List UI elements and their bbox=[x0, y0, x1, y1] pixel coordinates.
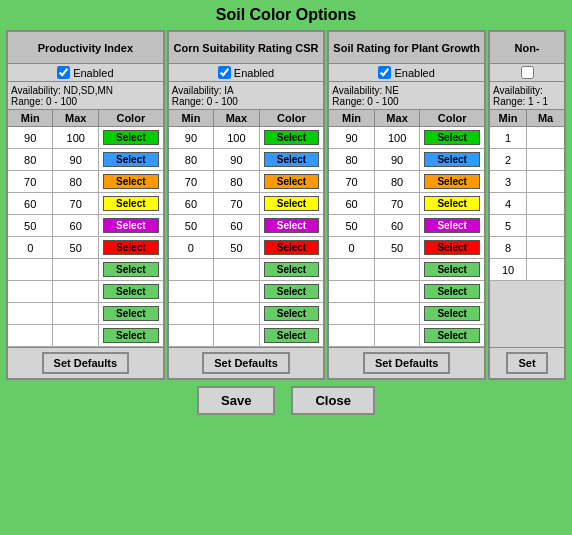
max-input-corn-6[interactable] bbox=[217, 264, 255, 276]
max-input-non-2[interactable] bbox=[530, 176, 562, 188]
select-color-button-soil-rating-3[interactable]: Select bbox=[424, 196, 480, 211]
min-input-non-1[interactable] bbox=[493, 154, 524, 166]
min-input-corn-2[interactable] bbox=[172, 176, 210, 188]
min-input-soil-rating-1[interactable] bbox=[332, 154, 370, 166]
set-defaults-button-soil-rating[interactable]: Set Defaults bbox=[363, 352, 451, 374]
min-input-non-6[interactable] bbox=[493, 264, 524, 276]
select-color-button-corn-6[interactable]: Select bbox=[264, 262, 320, 277]
enabled-checkbox-productivity[interactable] bbox=[57, 66, 70, 79]
max-input-corn-7[interactable] bbox=[217, 286, 255, 298]
enabled-checkbox-corn[interactable] bbox=[218, 66, 231, 79]
max-input-productivity-9[interactable] bbox=[57, 330, 95, 342]
select-color-button-productivity-2[interactable]: Select bbox=[103, 174, 159, 189]
max-input-productivity-2[interactable] bbox=[57, 176, 95, 188]
max-input-non-6[interactable] bbox=[530, 264, 562, 276]
min-input-non-2[interactable] bbox=[493, 176, 524, 188]
select-color-button-corn-3[interactable]: Select bbox=[264, 196, 320, 211]
min-input-productivity-3[interactable] bbox=[11, 198, 49, 210]
max-input-productivity-5[interactable] bbox=[57, 242, 95, 254]
max-input-productivity-4[interactable] bbox=[57, 220, 95, 232]
min-input-productivity-4[interactable] bbox=[11, 220, 49, 232]
min-input-productivity-6[interactable] bbox=[11, 264, 49, 276]
max-input-soil-rating-5[interactable] bbox=[378, 242, 416, 254]
select-color-button-corn-5[interactable]: Select bbox=[264, 240, 320, 255]
max-input-corn-9[interactable] bbox=[217, 330, 255, 342]
select-color-button-soil-rating-6[interactable]: Select bbox=[424, 262, 480, 277]
min-input-corn-8[interactable] bbox=[172, 308, 210, 320]
select-color-button-productivity-6[interactable]: Select bbox=[103, 262, 159, 277]
max-input-corn-5[interactable] bbox=[217, 242, 255, 254]
min-input-productivity-7[interactable] bbox=[11, 286, 49, 298]
select-color-button-corn-7[interactable]: Select bbox=[264, 284, 320, 299]
select-color-button-corn-4[interactable]: Select bbox=[264, 218, 320, 233]
max-input-soil-rating-8[interactable] bbox=[378, 308, 416, 320]
min-input-soil-rating-2[interactable] bbox=[332, 176, 370, 188]
max-input-soil-rating-3[interactable] bbox=[378, 198, 416, 210]
min-input-productivity-0[interactable] bbox=[11, 132, 49, 144]
set-defaults-button-corn[interactable]: Set Defaults bbox=[202, 352, 290, 374]
max-input-productivity-3[interactable] bbox=[57, 198, 95, 210]
max-input-soil-rating-1[interactable] bbox=[378, 154, 416, 166]
max-input-productivity-0[interactable] bbox=[57, 132, 95, 144]
select-color-button-corn-1[interactable]: Select bbox=[264, 152, 320, 167]
max-input-soil-rating-9[interactable] bbox=[378, 330, 416, 342]
select-color-button-corn-8[interactable]: Select bbox=[264, 306, 320, 321]
min-input-productivity-2[interactable] bbox=[11, 176, 49, 188]
select-color-button-corn-9[interactable]: Select bbox=[264, 328, 320, 343]
min-input-non-0[interactable] bbox=[493, 132, 524, 144]
select-color-button-soil-rating-9[interactable]: Select bbox=[424, 328, 480, 343]
min-input-soil-rating-0[interactable] bbox=[332, 132, 370, 144]
select-color-button-productivity-4[interactable]: Select bbox=[103, 218, 159, 233]
min-input-soil-rating-6[interactable] bbox=[332, 264, 370, 276]
max-input-soil-rating-7[interactable] bbox=[378, 286, 416, 298]
max-input-non-0[interactable] bbox=[530, 132, 562, 144]
max-input-soil-rating-4[interactable] bbox=[378, 220, 416, 232]
min-input-soil-rating-5[interactable] bbox=[332, 242, 370, 254]
min-input-corn-1[interactable] bbox=[172, 154, 210, 166]
max-input-productivity-8[interactable] bbox=[57, 308, 95, 320]
min-input-non-5[interactable] bbox=[493, 242, 524, 254]
max-input-corn-4[interactable] bbox=[217, 220, 255, 232]
close-button[interactable]: Close bbox=[291, 386, 374, 415]
min-input-non-3[interactable] bbox=[493, 198, 524, 210]
max-input-non-1[interactable] bbox=[530, 154, 562, 166]
min-input-soil-rating-8[interactable] bbox=[332, 308, 370, 320]
save-button[interactable]: Save bbox=[197, 386, 275, 415]
min-input-soil-rating-4[interactable] bbox=[332, 220, 370, 232]
select-color-button-soil-rating-7[interactable]: Select bbox=[424, 284, 480, 299]
select-color-button-soil-rating-1[interactable]: Select bbox=[424, 152, 480, 167]
select-color-button-soil-rating-2[interactable]: Select bbox=[424, 174, 480, 189]
max-input-soil-rating-6[interactable] bbox=[378, 264, 416, 276]
max-input-productivity-1[interactable] bbox=[57, 154, 95, 166]
min-input-productivity-1[interactable] bbox=[11, 154, 49, 166]
select-color-button-productivity-8[interactable]: Select bbox=[103, 306, 159, 321]
min-input-non-4[interactable] bbox=[493, 220, 524, 232]
max-input-corn-1[interactable] bbox=[217, 154, 255, 166]
max-input-non-5[interactable] bbox=[530, 242, 562, 254]
select-color-button-productivity-1[interactable]: Select bbox=[103, 152, 159, 167]
min-input-corn-7[interactable] bbox=[172, 286, 210, 298]
select-color-button-soil-rating-5[interactable]: Select bbox=[424, 240, 480, 255]
min-input-productivity-8[interactable] bbox=[11, 308, 49, 320]
select-color-button-corn-2[interactable]: Select bbox=[264, 174, 320, 189]
select-color-button-soil-rating-8[interactable]: Select bbox=[424, 306, 480, 321]
enabled-checkbox-non[interactable] bbox=[521, 66, 534, 79]
min-input-corn-9[interactable] bbox=[172, 330, 210, 342]
select-color-button-productivity-9[interactable]: Select bbox=[103, 328, 159, 343]
min-input-soil-rating-7[interactable] bbox=[332, 286, 370, 298]
max-input-soil-rating-0[interactable] bbox=[378, 132, 416, 144]
select-color-button-productivity-7[interactable]: Select bbox=[103, 284, 159, 299]
max-input-non-4[interactable] bbox=[530, 220, 562, 232]
min-input-soil-rating-9[interactable] bbox=[332, 330, 370, 342]
min-input-corn-5[interactable] bbox=[172, 242, 210, 254]
min-input-corn-3[interactable] bbox=[172, 198, 210, 210]
max-input-productivity-6[interactable] bbox=[57, 264, 95, 276]
max-input-corn-2[interactable] bbox=[217, 176, 255, 188]
min-input-corn-6[interactable] bbox=[172, 264, 210, 276]
select-color-button-soil-rating-0[interactable]: Select bbox=[424, 130, 480, 145]
max-input-corn-3[interactable] bbox=[217, 198, 255, 210]
select-color-button-soil-rating-4[interactable]: Select bbox=[424, 218, 480, 233]
max-input-corn-0[interactable] bbox=[217, 132, 255, 144]
min-input-corn-0[interactable] bbox=[172, 132, 210, 144]
max-input-corn-8[interactable] bbox=[217, 308, 255, 320]
